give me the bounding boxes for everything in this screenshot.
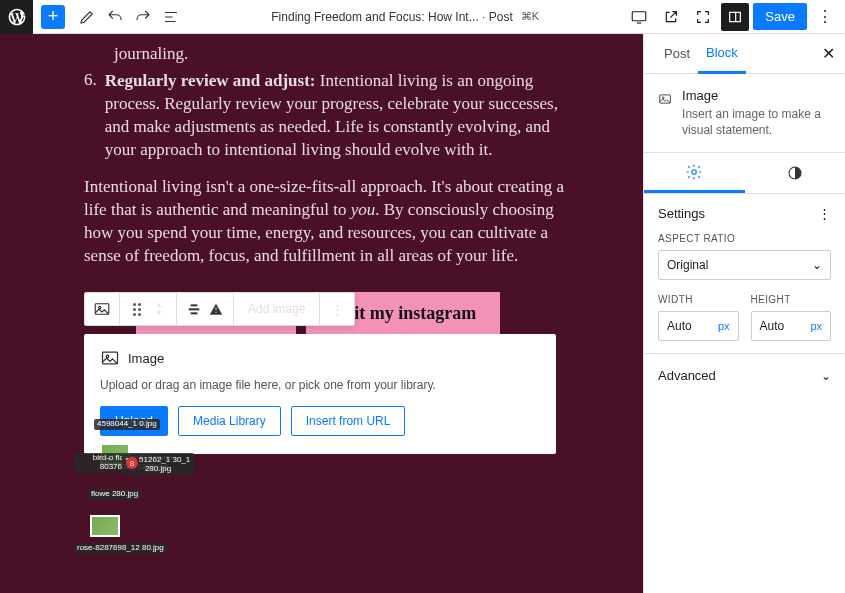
image-block-placeholder: Image Upload or drag an image file here,… bbox=[84, 334, 556, 454]
height-label: HEIGHT bbox=[751, 294, 832, 305]
svg-rect-6 bbox=[191, 312, 198, 314]
add-image-button[interactable]: Add image bbox=[240, 302, 313, 316]
image-icon bbox=[100, 348, 120, 368]
list-item-text[interactable]: Regularly review and adjust: Intentional… bbox=[105, 70, 579, 162]
svg-rect-0 bbox=[633, 11, 647, 20]
advanced-panel-toggle[interactable]: Advanced ⌄ bbox=[644, 354, 845, 397]
close-icon[interactable]: ✕ bbox=[822, 44, 835, 63]
tab-block[interactable]: Block bbox=[698, 35, 746, 74]
sidebar-toggle-icon[interactable] bbox=[721, 3, 749, 31]
save-button[interactable]: Save bbox=[753, 3, 807, 30]
external-link-icon[interactable] bbox=[657, 3, 685, 31]
fullscreen-icon[interactable] bbox=[689, 3, 717, 31]
undo-icon[interactable] bbox=[101, 3, 129, 31]
redo-icon[interactable] bbox=[129, 3, 157, 31]
chevron-down-icon: ⌄ bbox=[821, 369, 831, 383]
svg-rect-1 bbox=[730, 12, 741, 21]
image-block-description: Upload or drag an image file here, or pi… bbox=[100, 378, 540, 392]
sidebar-block-name: Image bbox=[682, 88, 831, 103]
move-arrows-icon[interactable]: ▴▾ bbox=[148, 298, 170, 320]
image-block-title: Image bbox=[128, 351, 164, 366]
height-input[interactable]: Autopx bbox=[751, 311, 832, 341]
command-shortcut: ⌘K bbox=[521, 10, 539, 23]
width-label: WIDTH bbox=[658, 294, 739, 305]
tab-post[interactable]: Post bbox=[656, 34, 698, 73]
contrast-icon bbox=[787, 165, 803, 181]
file-caption: flowe 280.jpg bbox=[88, 489, 141, 500]
block-inserter-button[interactable]: + bbox=[41, 5, 65, 29]
chevron-down-icon: ⌄ bbox=[812, 258, 822, 272]
aspect-ratio-label: ASPECT RATIO bbox=[658, 233, 831, 244]
list-number: 6. bbox=[84, 70, 97, 162]
sidebar-block-desc: Insert an image to make a visual stateme… bbox=[682, 107, 831, 138]
file-count-badge: 8 bbox=[126, 457, 138, 469]
drag-handle-icon[interactable] bbox=[126, 298, 148, 320]
aspect-ratio-select[interactable]: Original ⌄ bbox=[658, 250, 831, 280]
more-options-icon[interactable]: ⋮ bbox=[326, 298, 348, 320]
edit-tool-icon[interactable] bbox=[73, 3, 101, 31]
image-icon bbox=[658, 88, 672, 110]
warning-icon[interactable] bbox=[205, 298, 227, 320]
settings-heading: Settings bbox=[658, 206, 705, 221]
file-thumb bbox=[90, 515, 120, 537]
list-trail-text: journaling. bbox=[114, 44, 579, 64]
file-caption: 4598044_1 0.jpg bbox=[94, 419, 160, 430]
svg-point-11 bbox=[692, 169, 697, 174]
gear-icon bbox=[685, 163, 703, 181]
paragraph[interactable]: Intentional living isn't a one-size-fits… bbox=[84, 176, 579, 268]
settings-subtab[interactable] bbox=[644, 153, 745, 193]
file-caption: rose-8287698_12 80.jpg bbox=[74, 543, 167, 554]
width-input[interactable]: Autopx bbox=[658, 311, 739, 341]
media-library-button[interactable]: Media Library bbox=[178, 406, 281, 436]
insert-from-url-button[interactable]: Insert from URL bbox=[291, 406, 406, 436]
image-block-icon[interactable] bbox=[91, 298, 113, 320]
block-toolbar: ▴▾ Add image ⋮ bbox=[84, 292, 355, 326]
editor-canvas[interactable]: journaling. 6. Regularly review and adju… bbox=[0, 34, 643, 593]
settings-sidebar: Post Block ✕ Image Insert an image to ma… bbox=[643, 34, 845, 593]
view-device-icon[interactable] bbox=[625, 3, 653, 31]
align-icon[interactable] bbox=[183, 298, 205, 320]
document-outline-icon[interactable] bbox=[157, 3, 185, 31]
wordpress-logo[interactable] bbox=[0, 0, 33, 34]
styles-subtab[interactable] bbox=[745, 153, 846, 193]
document-title[interactable]: Finding Freedom and Focus: How Int... · … bbox=[271, 10, 512, 24]
section-options-icon[interactable]: ⋮ bbox=[818, 206, 831, 221]
svg-rect-4 bbox=[191, 304, 198, 306]
options-menu-icon[interactable]: ⋮ bbox=[811, 7, 839, 26]
svg-rect-5 bbox=[189, 308, 200, 310]
